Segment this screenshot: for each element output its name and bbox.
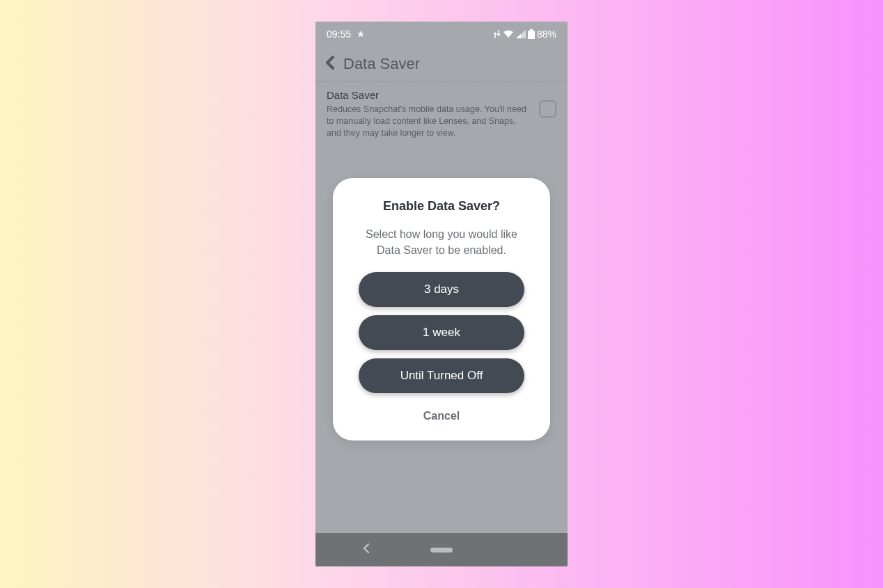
nav-back-icon[interactable] [363, 543, 370, 556]
setting-description: Reduces Snapchat's mobile data usage. Yo… [327, 104, 531, 139]
option-1-week-button[interactable]: 1 week [359, 315, 524, 350]
wifi-icon [503, 30, 514, 38]
battery-percentage: 88% [537, 29, 556, 40]
notification-icon [357, 30, 365, 38]
nav-home-pill[interactable] [430, 548, 453, 553]
status-time: 09:55 [327, 29, 351, 40]
setting-text-block: Data Saver Reduces Snapchat's mobile dat… [327, 89, 531, 139]
system-nav-bar [315, 533, 568, 566]
phone-screen: 09:55 88% Data Saver [315, 22, 568, 566]
svg-rect-1 [528, 31, 535, 39]
option-3-days-button[interactable]: 3 days [359, 272, 524, 307]
data-saver-checkbox[interactable] [539, 100, 556, 118]
battery-icon [528, 29, 535, 39]
setting-label: Data Saver [327, 89, 531, 101]
cellular-signal-icon [516, 30, 526, 38]
cancel-button[interactable]: Cancel [347, 402, 536, 425]
svg-rect-0 [530, 29, 533, 31]
page-header: Data Saver [315, 47, 568, 82]
back-chevron-icon[interactable] [325, 54, 335, 74]
data-transfer-icon [494, 30, 501, 38]
data-saver-setting-row[interactable]: Data Saver Reduces Snapchat's mobile dat… [315, 82, 568, 146]
option-until-turned-off-button[interactable]: Until Turned Off [359, 358, 524, 393]
status-bar: 09:55 88% [315, 22, 568, 47]
status-bar-left: 09:55 [327, 29, 365, 40]
status-bar-right: 88% [494, 29, 556, 40]
page-title: Data Saver [343, 55, 420, 73]
enable-data-saver-modal: Enable Data Saver? Select how long you w… [333, 178, 550, 440]
modal-subtitle: Select how long you would like Data Save… [347, 226, 536, 258]
modal-title: Enable Data Saver? [347, 199, 536, 214]
